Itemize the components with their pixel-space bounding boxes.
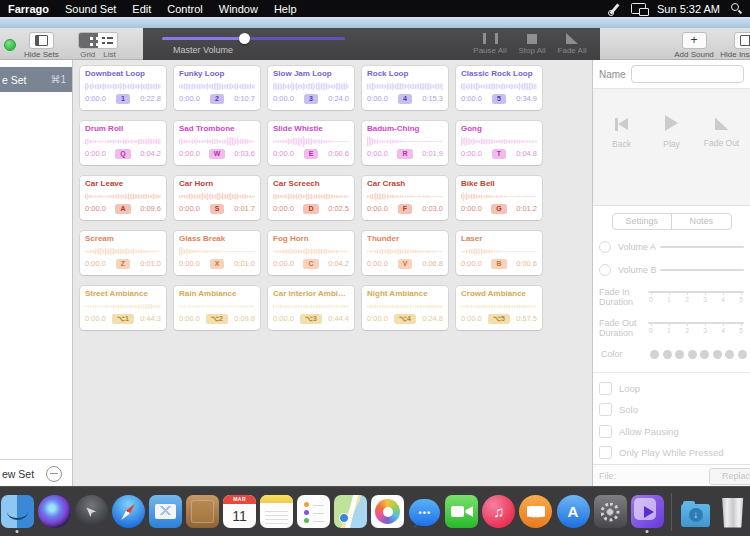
sound-title: Funky Loop: [179, 68, 255, 79]
checkbox[interactable]: [599, 425, 612, 438]
dock-mail-icon[interactable]: [148, 490, 183, 534]
color-swatch[interactable]: [725, 350, 734, 359]
dock-contacts-icon[interactable]: [185, 490, 220, 534]
dock-maps-icon[interactable]: [333, 490, 368, 534]
color-swatch[interactable]: [700, 350, 709, 359]
sound-tile[interactable]: Street Ambiance0:00.0⌥10:44.3: [80, 286, 166, 330]
color-swatch[interactable]: [688, 350, 697, 359]
sidebar-item-sound-set[interactable]: e Set ⌘1: [0, 67, 72, 92]
new-set-button[interactable]: ew Set: [2, 468, 34, 480]
menu-edit[interactable]: Edit: [132, 3, 151, 15]
pause-all-button[interactable]: Pause All: [470, 33, 510, 55]
sound-tile[interactable]: Rock Loop0:00.040:15.3: [362, 66, 448, 110]
list-view-button[interactable]: [98, 33, 117, 48]
volume-a-radio[interactable]: [599, 241, 611, 253]
dock-notes-icon[interactable]: [259, 490, 294, 534]
stop-all-button[interactable]: Stop All: [512, 33, 552, 55]
checkbox[interactable]: [599, 382, 612, 395]
tab-notes[interactable]: Notes: [672, 214, 731, 229]
name-input[interactable]: [631, 65, 744, 83]
sound-tile[interactable]: Sad Trombone0:00.0W0:03.6: [174, 121, 260, 165]
dock-siri-icon[interactable]: [37, 490, 72, 534]
dock-launchpad-icon[interactable]: [74, 490, 109, 534]
dock-calendar-icon[interactable]: MAR11: [222, 490, 257, 534]
dock-facetime-icon[interactable]: [445, 490, 480, 534]
menu-control[interactable]: Control: [167, 3, 202, 15]
sound-tile[interactable]: Funky Loop0:00.020:10.7: [174, 66, 260, 110]
menu-app-name[interactable]: Farrago: [8, 3, 49, 15]
hide-inspector-button[interactable]: Hide Inspector: [718, 32, 750, 59]
menu-sound-set[interactable]: Sound Set: [65, 3, 116, 15]
dock-messages-icon[interactable]: •••: [408, 490, 443, 534]
fade-out-duration-slider[interactable]: [648, 322, 744, 324]
sound-tile[interactable]: Car Crash0:00.0F0:03.0: [362, 176, 448, 220]
sound-tile[interactable]: Rain Ambiance0:00.0⌥20:09.8: [174, 286, 260, 330]
sound-tile[interactable]: Night Ambiance0:00.0⌥40:24.8: [362, 286, 448, 330]
sound-tile[interactable]: Fog Horn0:00.0C0:04.2: [268, 231, 354, 275]
dock-safari-icon[interactable]: [111, 490, 146, 534]
displays-menu-extra-icon[interactable]: [631, 3, 646, 14]
fade-in-duration-slider[interactable]: [648, 291, 744, 293]
color-swatch[interactable]: [713, 350, 722, 359]
duration: 0:03.0: [422, 204, 443, 213]
add-sound-button[interactable]: + Add Sound: [672, 32, 716, 59]
sound-tile[interactable]: Bike Bell0:00.0G0:01.2: [456, 176, 542, 220]
fade-all-button[interactable]: Fade All: [552, 33, 592, 55]
dock-farrago-icon[interactable]: [630, 490, 665, 534]
sound-tile[interactable]: Slide Whistle0:00.0E0:00.6: [268, 121, 354, 165]
volume-b-radio[interactable]: [599, 264, 611, 276]
sound-tile[interactable]: Gong0:00.0T0:04.8: [456, 121, 542, 165]
master-volume-slider[interactable]: [162, 37, 345, 40]
color-swatch[interactable]: [738, 350, 747, 359]
color-swatch[interactable]: [663, 350, 672, 359]
tab-settings[interactable]: Settings: [613, 214, 673, 229]
sound-tile[interactable]: Car Horn0:00.0S0:01.7: [174, 176, 260, 220]
duration: 0:15.3: [422, 94, 443, 103]
remove-set-button[interactable]: [46, 466, 62, 482]
sound-tile[interactable]: Drum Roll0:00.0Q0:04.2: [80, 121, 166, 165]
sound-title: Rock Loop: [367, 68, 443, 79]
back-button[interactable]: Back: [601, 115, 643, 205]
sound-tile[interactable]: Car Leave0:00.0A0:09.6: [80, 176, 166, 220]
menu-window[interactable]: Window: [219, 3, 258, 15]
sound-tile[interactable]: Thunder0:00.0V0:06.8: [362, 231, 448, 275]
checkbox[interactable]: [599, 446, 612, 459]
sound-tile[interactable]: Downbeat Loop0:00.010:22.8: [80, 66, 166, 110]
dock-finder-icon[interactable]: [0, 490, 35, 534]
sound-tile[interactable]: Car Interior Ambi…0:00.0⌥30:44.4: [268, 286, 354, 330]
fade-out-button[interactable]: Fade Out: [701, 115, 743, 205]
dock-reminders-icon[interactable]: [296, 490, 331, 534]
sound-tile[interactable]: Crowd Ambiance0:00.0⌥50:57.5: [456, 286, 542, 330]
sound-tile[interactable]: Badum-Ching0:00.0R0:01.9: [362, 121, 448, 165]
volume-a-slider[interactable]: [660, 246, 744, 248]
traffic-light-green[interactable]: [4, 39, 16, 51]
master-volume-knob[interactable]: [239, 33, 250, 44]
volume-b-slider[interactable]: [660, 269, 744, 271]
key-badge: C: [303, 259, 318, 269]
dock-app-store-icon[interactable]: A: [556, 490, 591, 534]
color-swatch[interactable]: [675, 350, 684, 359]
checkbox[interactable]: [599, 403, 612, 416]
sound-tile[interactable]: Classic Rock Loop0:00.050:34.9: [456, 66, 542, 110]
hide-sets-button[interactable]: Hide Sets: [24, 32, 59, 59]
sound-tile-grid: Downbeat Loop0:00.010:22.8Funky Loop0:00…: [73, 60, 592, 330]
color-swatch[interactable]: [650, 350, 659, 359]
sound-tile[interactable]: Laser0:00.0B0:00.6: [456, 231, 542, 275]
menu-help[interactable]: Help: [274, 3, 297, 15]
dock-photos-icon[interactable]: [371, 490, 406, 534]
dock-books-icon[interactable]: [519, 490, 554, 534]
dock-itunes-icon[interactable]: ♫: [482, 490, 517, 534]
dock-trash-icon[interactable]: [715, 490, 750, 534]
tool-menu-extra-icon[interactable]: [608, 3, 620, 15]
play-button[interactable]: Play: [651, 115, 693, 205]
replace-file-button[interactable]: Replace: [709, 468, 750, 485]
grid-view-button[interactable]: [79, 33, 98, 48]
sound-tile[interactable]: Glass Break0:00.0X0:01.0: [174, 231, 260, 275]
menu-clock[interactable]: Sun 5:32 AM: [657, 3, 720, 15]
sound-tile[interactable]: Scream0:00.0Z0:01.0: [80, 231, 166, 275]
sound-tile[interactable]: Slow Jam Loop0:00.030:24.0: [268, 66, 354, 110]
sound-tile[interactable]: Car Screech0:00.0D0:02.5: [268, 176, 354, 220]
spotlight-search-icon[interactable]: [731, 3, 742, 14]
dock-downloads-icon[interactable]: [678, 490, 713, 534]
dock-system-preferences-icon[interactable]: [593, 490, 628, 534]
